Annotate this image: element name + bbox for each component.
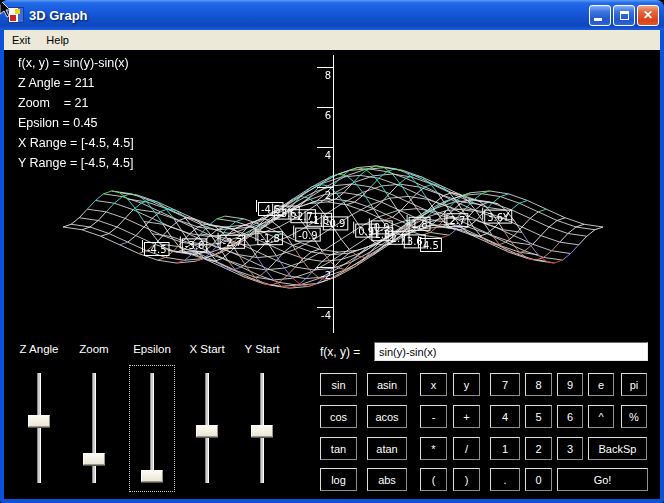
key-[interactable]: +: [453, 405, 480, 428]
close-icon: ✕: [643, 9, 653, 21]
menu-item-exit[interactable]: Exit: [4, 31, 38, 49]
menu-item-help[interactable]: Help: [38, 31, 77, 49]
caption-buttons: ✕: [587, 5, 664, 26]
key-asin[interactable]: asin: [367, 373, 407, 396]
key-acos[interactable]: acos: [367, 405, 407, 428]
minimize-button[interactable]: [589, 5, 611, 26]
key-cos[interactable]: cos: [320, 405, 357, 428]
overlay-line: Epsilon = 0.45: [18, 113, 134, 133]
slider-label: Y Start: [236, 343, 288, 355]
menubar: Exit Help: [4, 30, 660, 50]
function-input[interactable]: [374, 342, 648, 361]
slider-thumb[interactable]: [141, 470, 163, 482]
key-sin[interactable]: sin: [320, 373, 357, 396]
key-4[interactable]: 4: [490, 405, 520, 428]
slider-x-start[interactable]: X Start: [181, 343, 233, 499]
key-pi[interactable]: pi: [621, 373, 647, 396]
key-abs[interactable]: abs: [367, 468, 407, 491]
overlay-line: f(x, y) = sin(y)-sin(x): [18, 53, 134, 73]
slider-track[interactable]: [92, 373, 96, 483]
slider-epsilon[interactable]: Epsilon: [126, 343, 178, 499]
key-3[interactable]: 3: [557, 437, 583, 460]
window-title: 3D Graph: [29, 8, 88, 23]
slider-track[interactable]: [37, 373, 41, 483]
close-button[interactable]: ✕: [637, 5, 659, 26]
key-y[interactable]: y: [453, 373, 480, 396]
minimize-icon: [594, 18, 602, 21]
slider-label: X Start: [181, 343, 233, 355]
key-go[interactable]: Go!: [557, 468, 648, 491]
graph-info-overlay: f(x, y) = sin(y)-sin(x)Z Angle = 211Zoom…: [18, 53, 134, 173]
key-6[interactable]: 6: [557, 405, 583, 428]
titlebar: 3D Graph ✕: [0, 0, 664, 30]
key-7[interactable]: 7: [490, 373, 520, 396]
function-input-label: f(x, y) =: [320, 345, 360, 359]
key-2[interactable]: 2: [525, 437, 552, 460]
slider-z-angle[interactable]: Z Angle: [13, 343, 65, 499]
key-log[interactable]: log: [320, 468, 357, 491]
slider-thumb[interactable]: [196, 425, 218, 437]
slider-track[interactable]: [150, 373, 154, 483]
key-atan[interactable]: atan: [367, 437, 407, 460]
overlay-line: X Range = [-4.5, 4.5]: [18, 133, 134, 153]
slider-thumb[interactable]: [28, 415, 50, 427]
slider-label: Zoom: [68, 343, 120, 355]
key-5[interactable]: 5: [525, 405, 552, 428]
key-[interactable]: .: [490, 468, 520, 491]
maximize-button[interactable]: [613, 5, 635, 26]
key-tan[interactable]: tan: [320, 437, 357, 460]
app-window: 3D Graph ✕ Exit Help f(x, y) = sin(y)-si…: [0, 0, 664, 503]
key-0[interactable]: 0: [525, 468, 552, 491]
key-[interactable]: ): [453, 468, 480, 491]
key-x[interactable]: x: [420, 373, 447, 396]
client-area: f(x, y) = sin(y)-sin(x)Z Angle = 211Zoom…: [4, 50, 660, 499]
slider-y-start[interactable]: Y Start: [236, 343, 288, 499]
slider-label: Epsilon: [126, 343, 178, 355]
key-[interactable]: *: [420, 437, 447, 460]
key-[interactable]: (: [420, 468, 447, 491]
key-[interactable]: ^: [588, 405, 614, 428]
key-[interactable]: -: [420, 405, 447, 428]
mouse-cursor: [0, 0, 13, 18]
overlay-line: Y Range = [-4.5, 4.5]: [18, 153, 134, 173]
key-backsp[interactable]: BackSp: [588, 437, 647, 460]
maximize-icon: [620, 11, 629, 20]
slider-thumb[interactable]: [83, 453, 105, 465]
key-[interactable]: %: [621, 405, 647, 428]
overlay-line: Zoom = 21: [18, 93, 134, 113]
key-9[interactable]: 9: [557, 373, 583, 396]
slider-zoom[interactable]: Zoom: [68, 343, 120, 499]
overlay-line: Z Angle = 211: [18, 73, 134, 93]
slider-thumb[interactable]: [251, 425, 273, 437]
slider-label: Z Angle: [13, 343, 65, 355]
key-e[interactable]: e: [588, 373, 614, 396]
key-8[interactable]: 8: [525, 373, 552, 396]
key-1[interactable]: 1: [490, 437, 520, 460]
key-[interactable]: /: [453, 437, 480, 460]
